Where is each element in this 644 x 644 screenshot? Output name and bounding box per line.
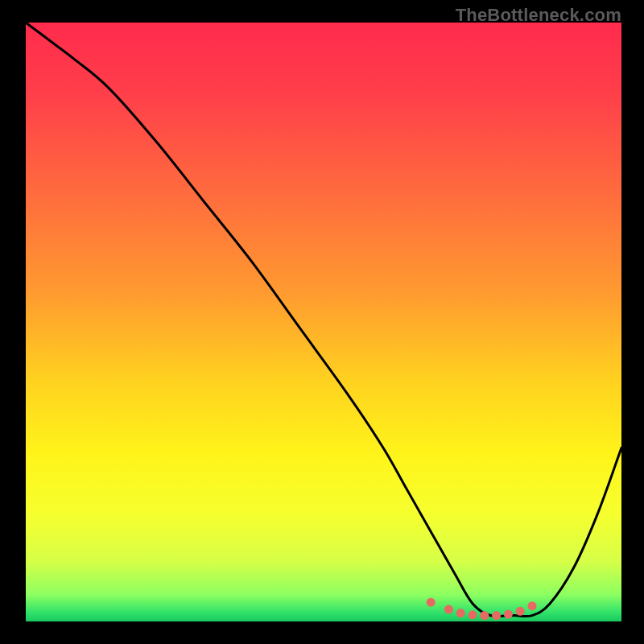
optimal-dot (444, 605, 453, 614)
optimal-dot (528, 601, 537, 610)
optimal-dot (480, 611, 489, 620)
bottleneck-curve (26, 23, 621, 617)
optimal-dot (516, 607, 525, 616)
chart-plot-area (26, 23, 621, 621)
optimal-dot (427, 598, 436, 607)
optimal-dot (456, 609, 465, 617)
bottleneck-curve-layer (26, 23, 621, 621)
optimal-dot (492, 611, 501, 620)
optimal-dot (504, 610, 513, 619)
optimal-dot (469, 610, 477, 619)
chart-frame: TheBottleneck.com (0, 0, 644, 644)
